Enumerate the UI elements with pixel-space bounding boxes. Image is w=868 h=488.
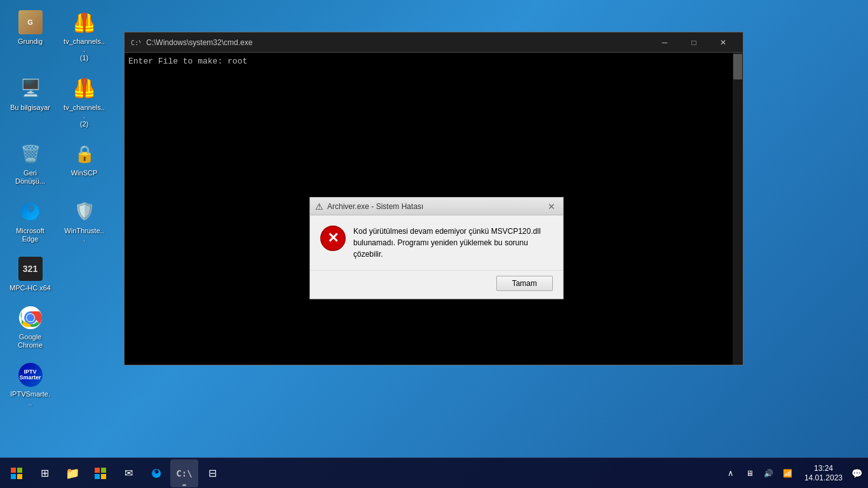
taskbar-file-explorer-button[interactable]: 📁	[58, 459, 86, 487]
dialog-titlebar: ⚠ Archiver.exe - Sistem Hatası ✕	[310, 198, 563, 215]
svg-text:C:\: C:\	[131, 39, 140, 46]
taskbar-notification-button[interactable]: 💬	[848, 459, 865, 487]
mail-icon: ✉	[125, 467, 133, 479]
dialog-title-text: Archiver.exe - Sistem Hatası	[327, 202, 545, 211]
svg-rect-12	[95, 474, 100, 479]
grundig-label: Grundig	[18, 37, 43, 46]
winthrust-label: WinThruste...	[64, 227, 105, 243]
desktop-icon-tv-channels-2[interactable]: 🦺 tv_channels...(2)	[60, 72, 108, 132]
taskbar-extra-button[interactable]: ⊟	[198, 459, 226, 487]
taskbar-edge-button[interactable]	[142, 459, 170, 487]
chrome-icon	[19, 306, 42, 329]
dialog-close-button[interactable]: ✕	[545, 200, 558, 213]
windows-start-icon	[11, 468, 22, 479]
cmd-window-icon: C:\	[130, 37, 141, 48]
dialog-message: Kod yürütülmesi devam edemiyor çünkü MSV…	[353, 226, 553, 260]
icon-row-5: Google Chrome	[6, 302, 108, 353]
winscp-label: WinSCP	[71, 169, 98, 177]
desktop-icons-area: G Grundig 🦺 tv_channels...(1) 🖥️ Bu bilg…	[6, 6, 108, 410]
dialog-ok-button[interactable]: Tamam	[496, 276, 553, 291]
chrome-label: Google Chrome	[10, 333, 51, 349]
icon-row-3: Microsoft Edge 🛡️ WinThruste...	[6, 196, 108, 247]
winscp-icon: 🔒	[74, 144, 95, 164]
store-icon	[95, 468, 106, 479]
tray-chevron[interactable]: ∧	[722, 459, 740, 487]
taskbar-mail-button[interactable]: ✉	[114, 459, 142, 487]
desktop-icon-google-chrome[interactable]: Google Chrome	[6, 302, 54, 353]
dialog-title-icon: ⚠	[315, 201, 323, 212]
desktop-icon-winthrust[interactable]: 🛡️ WinThruste...	[60, 196, 108, 247]
edge-label: Microsoft Edge	[10, 227, 51, 243]
svg-rect-10	[95, 468, 100, 473]
cmd-text: Enter File to make: root	[128, 57, 247, 66]
desktop-icon-mpc-hc[interactable]: 321 MPC-HC x64	[6, 253, 54, 295]
taskbar-cmd-icon: C:\	[176, 468, 192, 478]
dialog-body: ✕ Kod yürütülmesi devam edemiyor çünkü M…	[310, 215, 563, 270]
notification-icon: 💬	[851, 468, 862, 478]
search-icon: ⊞	[41, 467, 49, 479]
cmd-maximize-button[interactable]: □	[679, 32, 709, 53]
cmd-title-text: C:\Windows\system32\cmd.exe	[146, 38, 650, 47]
icon-row-4: 321 MPC-HC x64	[6, 253, 108, 295]
desktop-icon-grundig[interactable]: G Grundig	[6, 6, 54, 66]
vlc-icon-2: 🦺	[72, 77, 96, 99]
icon-row-6: IPTVSmarter IPTVSmarte...	[6, 359, 108, 410]
mpc-icon: 321	[18, 257, 43, 281]
cmd-close-button[interactable]: ✕	[709, 32, 738, 53]
taskbar-cmd-button[interactable]: C:\	[170, 459, 198, 487]
svg-rect-9	[17, 474, 22, 479]
tray-volume-icon[interactable]: 🔊	[760, 459, 778, 487]
taskbar-extra-icon: ⊟	[208, 467, 217, 479]
tv-channels-2-label: tv_channels...(2)	[64, 104, 105, 129]
taskbar-edge-icon	[151, 468, 162, 479]
cmd-scrollbar-thumb[interactable]	[733, 54, 742, 79]
svg-rect-13	[101, 474, 106, 479]
clock-time: 13:24	[814, 464, 833, 473]
mpc-label: MPC-HC x64	[10, 284, 51, 292]
taskbar-clock[interactable]: 13:24 14.01.2023	[799, 459, 848, 487]
icon-row-1: 🖥️ Bu bilgisayar 🦺 tv_channels...(2)	[6, 72, 108, 132]
file-explorer-icon: 📁	[65, 466, 79, 480]
svg-rect-8	[11, 474, 16, 479]
desktop-icon-iptv-smarter[interactable]: IPTVSmarter IPTVSmarte...	[6, 359, 54, 410]
svg-point-3	[27, 314, 34, 322]
desktop-icon-bu-bilgisayar[interactable]: 🖥️ Bu bilgisayar	[6, 72, 54, 132]
svg-rect-11	[101, 468, 106, 473]
computer-icon: 🖥️	[20, 78, 41, 98]
svg-rect-6	[11, 468, 16, 473]
error-dialog: ⚠ Archiver.exe - Sistem Hatası ✕ ✕ Kod y…	[309, 197, 564, 299]
desktop: G Grundig 🦺 tv_channels...(1) 🖥️ Bu bilg…	[0, 0, 868, 488]
cmd-scrollbar[interactable]	[733, 53, 743, 365]
icon-row-2: 🗑️ Geri Dönüşü... 🔒 WinSCP	[6, 138, 108, 189]
svg-rect-7	[17, 468, 22, 473]
desktop-icon-winscp[interactable]: 🔒 WinSCP	[60, 138, 108, 189]
desktop-icon-tv-channels-1[interactable]: 🦺 tv_channels...(1)	[60, 6, 108, 66]
vlc-icon-1: 🦺	[72, 11, 96, 34]
iptv-label: IPTVSmarte...	[10, 390, 51, 407]
iptv-icon: IPTVSmarter	[18, 363, 43, 387]
winthrust-icon: 🛡️	[74, 201, 95, 221]
taskbar: ⊞ 📁 ✉	[0, 458, 868, 488]
start-button[interactable]	[3, 459, 31, 487]
tv-channels-1-label: tv_channels...(1)	[64, 37, 105, 63]
cmd-minimize-button[interactable]: ─	[650, 32, 679, 53]
error-icon: ✕	[320, 226, 346, 251]
cmd-titlebar: C:\ C:\Windows\system32\cmd.exe ─ □ ✕	[125, 32, 743, 53]
grundig-icon: G	[18, 10, 43, 34]
bu-bilgisayar-label: Bu bilgisayar	[10, 104, 50, 112]
desktop-icon-geri-donusum[interactable]: 🗑️ Geri Dönüşü...	[6, 138, 54, 189]
geri-donusum-label: Geri Dönüşü...	[10, 169, 51, 186]
cmd-window-controls: ─ □ ✕	[650, 32, 738, 53]
tray-wifi-icon[interactable]: 📶	[779, 459, 797, 487]
desktop-icon-microsoft-edge[interactable]: Microsoft Edge	[6, 196, 54, 247]
icon-row-0: G Grundig 🦺 tv_channels...(1)	[6, 6, 108, 66]
dialog-footer: Tamam	[310, 270, 563, 299]
clock-date: 14.01.2023	[804, 473, 843, 482]
tray-network-icon[interactable]: 🖥	[741, 459, 759, 487]
taskbar-tray: ∧ 🖥 🔊 📶	[719, 459, 799, 487]
taskbar-store-button[interactable]	[86, 459, 114, 487]
taskbar-search-button[interactable]: ⊞	[31, 459, 58, 487]
recycle-icon: 🗑️	[20, 144, 41, 164]
edge-icon	[19, 200, 42, 223]
